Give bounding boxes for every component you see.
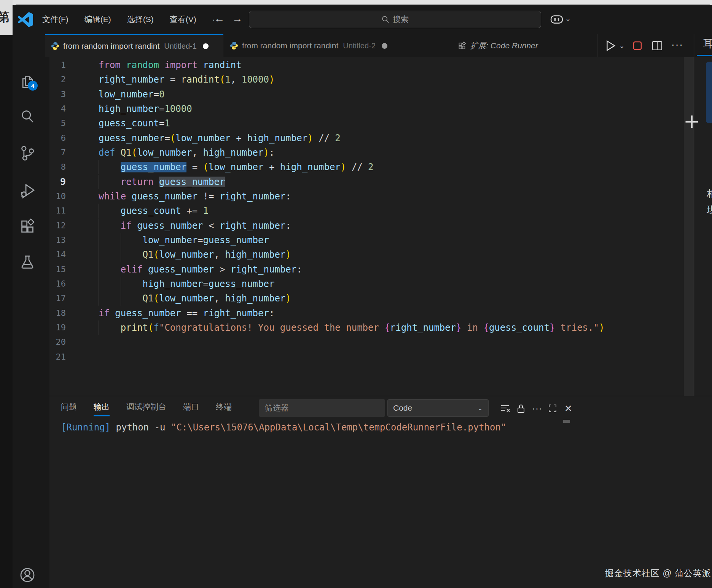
code-line[interactable]: print(f"Congratulations! You guessed the…: [99, 320, 604, 335]
editor-scrollbar[interactable]: [684, 57, 694, 396]
command-center-search[interactable]: 搜索: [249, 11, 541, 28]
menu-item[interactable]: 查看(V): [164, 11, 202, 28]
search-sidebar-icon[interactable]: [19, 108, 35, 124]
code-token: [159, 60, 164, 70]
modified-dot-icon[interactable]: [382, 43, 387, 49]
code-token: guess_count: [99, 118, 159, 129]
panel-tab-item[interactable]: 调试控制台: [126, 402, 166, 416]
code-token: guess_number: [148, 264, 214, 275]
right-group-tab-partial[interactable]: 耳: [703, 37, 712, 51]
code-token: ,: [214, 293, 225, 304]
code-line[interactable]: low_number=guess_number: [99, 233, 269, 247]
output-channel-select[interactable]: Code ⌄: [387, 399, 489, 417]
code-token: guess_number: [132, 191, 198, 202]
code-line[interactable]: def Q1(low_number, high_number):: [99, 145, 274, 160]
extensions-icon: [458, 41, 466, 50]
code-token: guess_number: [99, 133, 164, 143]
code-line[interactable]: elif guess_number > right_number:: [99, 262, 302, 277]
code-line[interactable]: guess_count=1: [99, 116, 170, 131]
indent-guide: [99, 277, 121, 291]
copilot-icon[interactable]: [550, 13, 564, 25]
code-line[interactable]: high_number=10000: [99, 102, 192, 116]
scrollbar-plus-marker: +: [683, 110, 694, 132]
code-line[interactable]: while guess_number != right_number:: [99, 189, 291, 204]
tab-untitled-1[interactable]: from random import randint Untitled-1: [45, 34, 223, 57]
code-line[interactable]: guess_count += 1: [99, 204, 209, 218]
background-dark-edge: [0, 35, 13, 588]
code-token: high_number: [225, 249, 285, 260]
account-icon[interactable]: [19, 567, 35, 583]
panel-tab-item[interactable]: 终端: [216, 402, 232, 416]
panel-tab-active[interactable]: 输出: [94, 402, 110, 416]
close-panel-button[interactable]: ✕: [564, 404, 572, 413]
code-line[interactable]: guess_number=(low_number + high_number) …: [99, 131, 341, 145]
panel-tab-item[interactable]: 问题: [61, 402, 77, 416]
stop-button[interactable]: [632, 41, 642, 51]
code-token: 1: [225, 74, 230, 85]
code-line[interactable]: Q1(low_number, high_number): [99, 291, 291, 306]
code-token: low_number: [209, 162, 264, 172]
code-line[interactable]: high_number=guess_number: [99, 277, 274, 291]
maximize-panel-icon[interactable]: [548, 404, 557, 413]
output-segment: python -u: [116, 422, 171, 433]
code-line[interactable]: return guess_number: [99, 175, 225, 189]
code-line[interactable]: low_number=0: [99, 87, 164, 102]
code-token: guess_number: [159, 177, 225, 187]
code-token: high_number: [225, 293, 285, 304]
clear-output-icon[interactable]: [500, 404, 510, 413]
indent-guide: [99, 218, 121, 233]
panel-tab-item[interactable]: 端口: [183, 402, 199, 416]
menu-item[interactable]: 文件(F): [36, 11, 75, 28]
editor-group-separator[interactable]: [694, 34, 694, 396]
run-and-debug-icon[interactable]: [19, 183, 35, 199]
code-token: (: [148, 322, 153, 333]
code-editor[interactable]: 1from random import randint2right_number…: [49, 57, 684, 396]
code-token: guess_count: [121, 206, 181, 216]
python-icon: [51, 42, 59, 50]
run-code-button[interactable]: [605, 40, 616, 52]
run-chevron-down-icon[interactable]: ⌄: [619, 42, 624, 50]
lock-scroll-icon[interactable]: [516, 404, 526, 414]
explorer-badge: 4: [28, 81, 38, 91]
code-line[interactable]: guess_number = (low_number + high_number…: [99, 160, 374, 174]
panel-scrollbar-thumb[interactable]: [563, 420, 570, 423]
copilot-chevron-down-icon[interactable]: ⌄: [565, 14, 571, 23]
tab-code-runner-extension[interactable]: 扩展: Code Runner: [398, 34, 598, 57]
code-token: (: [170, 133, 175, 143]
code-token: right_number: [231, 264, 296, 275]
output-filter-input[interactable]: 筛选器: [259, 399, 385, 417]
code-line[interactable]: if guess_number == right_number:: [99, 306, 274, 320]
indent-guide: [121, 247, 143, 262]
code-token: [126, 191, 131, 202]
code-token: =: [198, 235, 203, 245]
modified-dot-icon[interactable]: [203, 43, 209, 49]
source-control-icon[interactable]: [19, 145, 35, 161]
code-line[interactable]: from random import randint: [99, 58, 242, 72]
line-number: 1: [49, 58, 66, 72]
background-window-edge: 第: [0, 0, 13, 35]
code-line[interactable]: Q1(low_number, high_number): [99, 247, 291, 262]
back-arrow-icon[interactable]: ←: [214, 13, 225, 25]
python-icon: [230, 41, 238, 50]
testing-icon[interactable]: [19, 255, 35, 271]
panel-more-actions-button[interactable]: ···: [532, 404, 542, 413]
code-token: right_number: [220, 220, 285, 231]
tab-title: from random import randint: [63, 41, 159, 51]
code-token: low_number: [143, 235, 198, 245]
indent-guide: [99, 175, 121, 189]
indent-guide: [99, 262, 121, 277]
tab-untitled-2[interactable]: from random import randint Untitled-2: [224, 34, 398, 57]
extensions-icon[interactable]: [19, 218, 35, 234]
code-line[interactable]: right_number = randint(1, 10000): [99, 72, 274, 87]
split-editor-button[interactable]: [652, 41, 663, 51]
menu-item[interactable]: 选择(S): [121, 11, 160, 28]
more-actions-button[interactable]: ···: [671, 39, 683, 51]
indent-guide: [99, 233, 121, 247]
code-line[interactable]: if guess_number < right_number:: [99, 218, 291, 233]
line-number: 13: [49, 233, 66, 247]
menu-item[interactable]: 编辑(E): [78, 11, 117, 28]
forward-arrow-icon[interactable]: →: [232, 13, 242, 25]
filter-placeholder: 筛选器: [265, 403, 289, 413]
code-token: high_number: [99, 104, 159, 114]
line-number: 7: [49, 145, 66, 160]
